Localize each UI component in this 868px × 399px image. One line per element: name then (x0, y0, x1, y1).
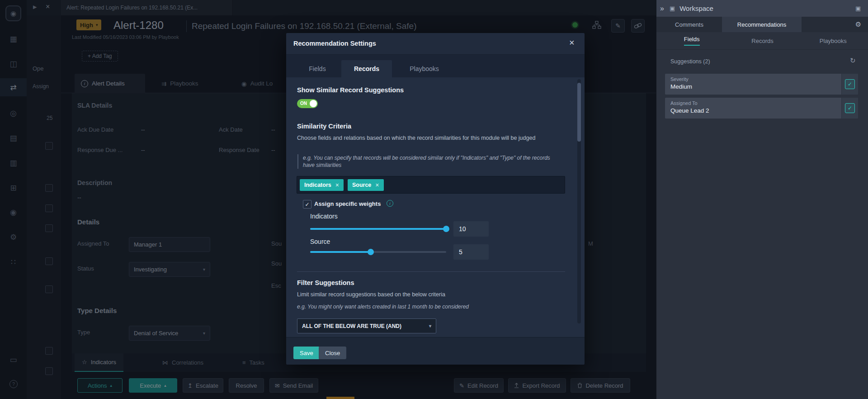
collapse-chevrons-icon[interactable]: » (660, 5, 664, 13)
suggestions-count: Suggestions (2) (670, 58, 710, 65)
weights-info-icon[interactable]: i (387, 200, 393, 207)
subtab-fields[interactable]: Fields (656, 32, 727, 49)
indicators-weight-value[interactable]: 10 (453, 221, 489, 237)
check-icon: ✓ (848, 105, 852, 111)
tab-label: Comments (675, 21, 703, 28)
check-icon: ✓ (848, 81, 852, 87)
suggestion-value: Queue Lead 2 (670, 107, 836, 114)
tab-label: Recommendations (737, 21, 786, 28)
workspace-panel: » ▣ Workspace ▣ Comments Recommendations… (656, 0, 868, 399)
chip-label: Source (352, 182, 371, 188)
apply-suggestion-area: ✓ (841, 74, 858, 95)
chevron-down-icon: ▾ (429, 323, 431, 328)
tab-label: Playbooks (410, 65, 439, 72)
toggle-knob[interactable] (310, 100, 317, 107)
panel-icon[interactable]: ▣ (670, 5, 675, 12)
workspace-settings-gear-icon[interactable]: ⚙ (848, 17, 868, 32)
slider-label-indicators: Indicators (310, 213, 338, 220)
suggestion-card-assigned-to[interactable]: Assigned To Queue Lead 2 ✓ (665, 98, 858, 119)
modal-tab-playbooks[interactable]: Playbooks (392, 60, 457, 77)
indicators-slider-knob[interactable] (443, 226, 449, 232)
modal-scrollbar-thumb[interactable] (577, 83, 581, 142)
suggestion-meta: Assigned To Queue Lead 2 (665, 98, 841, 119)
section-divider (297, 271, 565, 272)
assign-weights-label: Assign specific weights (314, 200, 381, 207)
modal-tab-bar: Fields Records Playbooks (286, 55, 585, 77)
close-button[interactable]: Close (319, 347, 346, 359)
similarity-example: e.g. You can specify that records will b… (297, 154, 555, 169)
recommendation-settings-modal: Recommendation Settings × Fields Records… (286, 33, 585, 365)
similarity-fields-input[interactable]: Indicators × Source × (297, 176, 565, 194)
source-slider-fill (310, 251, 371, 253)
subtab-label: Playbooks (820, 38, 847, 44)
suggestion-meta: Severity Medium (665, 74, 841, 95)
modal-title: Recommendation Settings (293, 40, 376, 47)
similarity-criteria-title: Similarity Criteria (297, 123, 351, 130)
toggle-on-label: ON (300, 101, 307, 106)
suggestion-card-severity[interactable]: Severity Medium ✓ (665, 74, 858, 95)
indicators-slider-fill (310, 228, 446, 230)
subtab-records[interactable]: Records (727, 32, 797, 49)
suggestion-value: Medium (670, 83, 836, 90)
weight-value-text: 5 (459, 248, 462, 256)
chip-label: Indicators (304, 182, 331, 188)
slider-label-source: Source (310, 238, 330, 245)
workspace-header: » ▣ Workspace ▣ (656, 0, 868, 17)
chip-close-icon[interactable]: × (375, 181, 379, 189)
show-similar-toggle[interactable]: ON (297, 99, 318, 108)
chip-source[interactable]: Source × (348, 179, 384, 191)
modal-close-icon[interactable]: × (569, 38, 575, 48)
modal-tab-records[interactable]: Records (341, 60, 392, 77)
subtab-label: Fields (684, 36, 700, 46)
tab-label: Records (354, 65, 379, 72)
save-button[interactable]: Save (293, 347, 320, 359)
workspace-title: Workspace (679, 5, 713, 12)
expand-panel-icon[interactable]: ▣ (855, 5, 861, 12)
save-label: Save (300, 350, 313, 356)
assign-weights-checkbox[interactable]: ✓ (303, 200, 311, 209)
weight-value-text: 10 (459, 225, 466, 233)
source-weight-value[interactable]: 5 (453, 244, 489, 260)
workspace-tab-comments[interactable]: Comments (656, 17, 722, 32)
source-slider-knob[interactable] (368, 249, 374, 255)
filter-suggestions-title: Filter Suggestions (297, 279, 354, 286)
subtab-playbooks[interactable]: Playbooks (798, 32, 868, 49)
workspace-tab-bar: Comments Recommendations ⚙ (656, 17, 868, 32)
modal-tab-fields[interactable]: Fields (293, 60, 341, 77)
refresh-icon[interactable]: ↻ (850, 57, 856, 65)
apply-suggestion-button[interactable]: ✓ (845, 79, 855, 89)
chip-indicators[interactable]: Indicators × (300, 179, 344, 191)
recommendation-subtabs: Fields Records Playbooks (656, 32, 868, 50)
apply-suggestion-area: ✓ (841, 98, 858, 119)
tab-label: Fields (309, 65, 326, 72)
modal-header: Recommendation Settings × (286, 33, 585, 55)
close-label: Close (325, 350, 340, 356)
suggestion-label: Assigned To (670, 100, 836, 106)
show-similar-label: Show Similar Record Suggestions (297, 86, 404, 94)
filter-example: e.g. You might only want alerts created … (297, 303, 557, 310)
similarity-criteria-desc: Choose fields and relations based on whi… (297, 134, 557, 142)
check-icon: ✓ (305, 201, 309, 208)
info-glyph: i (390, 201, 391, 206)
condition-dropdown-value: ALL OF THE BELOW ARE TRUE (AND) (302, 323, 401, 329)
app-root: ◉ ▦ ◫ ⇄ ◎ ▤ ▥ ⊞ ◉ ⚙ ∷ ▭ ? ▶ × Alert: Rep… (0, 0, 868, 399)
workspace-tab-recommendations[interactable]: Recommendations (722, 17, 802, 32)
chip-close-icon[interactable]: × (335, 181, 339, 189)
subtab-label: Records (751, 38, 773, 44)
apply-suggestion-button[interactable]: ✓ (845, 103, 855, 113)
suggestion-label: Severity (670, 76, 836, 82)
filter-suggestions-desc: Limit similar record suggestions based o… (297, 291, 557, 299)
condition-dropdown[interactable]: ALL OF THE BELOW ARE TRUE (AND) ▾ (297, 318, 436, 333)
gear-glyph: ⚙ (855, 20, 861, 28)
modal-footer: Save Close (286, 337, 585, 365)
